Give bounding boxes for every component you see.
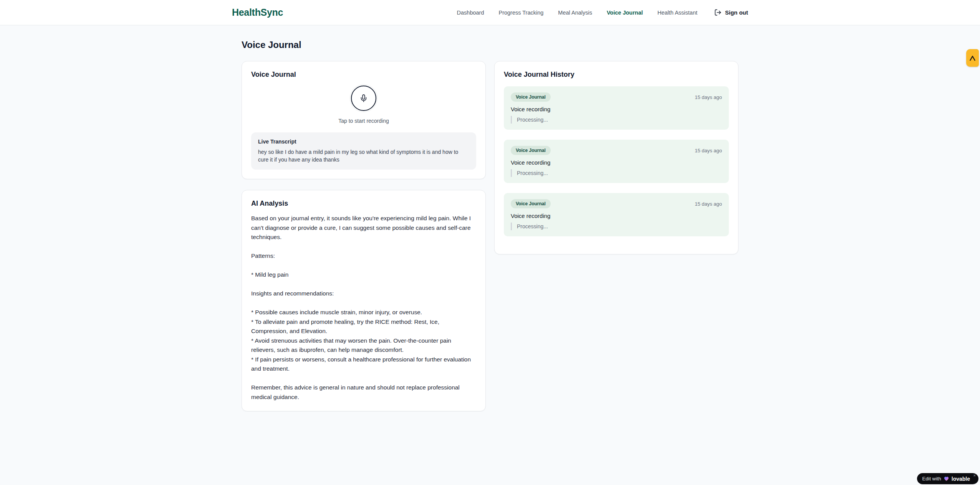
- entry-timestamp: 15 days ago: [695, 201, 722, 207]
- nav-health-assistant[interactable]: Health Assistant: [657, 10, 697, 16]
- entry-label: Voice recording: [511, 106, 722, 112]
- entry-status: Processing...: [511, 223, 722, 230]
- entry-status: Processing...: [511, 169, 722, 177]
- entry-type-badge: Voice Journal: [511, 146, 551, 155]
- entry-timestamp: 15 days ago: [695, 148, 722, 153]
- main-content: Voice Journal Voice Journal: [242, 25, 738, 411]
- lovable-side-badge[interactable]: [966, 49, 979, 67]
- nav-voice-journal[interactable]: Voice Journal: [607, 10, 643, 16]
- main-nav: Dashboard Progress Tracking Meal Analysi…: [457, 9, 748, 16]
- gradient-heart-icon: [944, 476, 949, 482]
- voice-recorder-card: Voice Journal Tap to start recording: [242, 61, 486, 179]
- history-entry[interactable]: Voice Journal 15 days ago Voice recordin…: [504, 193, 729, 236]
- ai-analysis-body: Based on your journal entry, it sounds l…: [251, 214, 476, 402]
- history-card-title: Voice Journal History: [504, 71, 729, 79]
- history-entry[interactable]: Voice Journal 15 days ago Voice recordin…: [504, 140, 729, 183]
- sign-out-label: Sign out: [725, 9, 748, 16]
- voice-journal-history-card: Voice Journal History Voice Journal 15 d…: [494, 61, 738, 254]
- microphone-icon: [359, 94, 368, 102]
- lovable-mark-icon: [969, 55, 976, 61]
- nav-dashboard[interactable]: Dashboard: [457, 10, 484, 16]
- sign-out-button[interactable]: Sign out: [714, 9, 748, 16]
- edit-with-lovable-badge[interactable]: Edit with lovable ×: [917, 473, 978, 484]
- close-icon[interactable]: ×: [973, 473, 976, 478]
- ai-analysis-card: AI Analysis Based on your journal entry,…: [242, 190, 486, 411]
- live-transcript-box: Live Transcript hey so like I do have a …: [251, 132, 476, 170]
- record-button[interactable]: [351, 86, 376, 111]
- entry-timestamp: 15 days ago: [695, 94, 722, 100]
- live-transcript-text: hey so like I do have a mild pain in my …: [258, 148, 469, 163]
- entry-type-badge: Voice Journal: [511, 92, 551, 102]
- lovable-brand-label: lovable: [952, 476, 970, 482]
- nav-progress-tracking[interactable]: Progress Tracking: [498, 10, 543, 16]
- brand-logo[interactable]: HealthSync: [232, 7, 283, 18]
- page-title: Voice Journal: [242, 40, 738, 50]
- entry-label: Voice recording: [511, 159, 722, 166]
- nav-meal-analysis[interactable]: Meal Analysis: [558, 10, 592, 16]
- app-header: HealthSync Dashboard Progress Tracking M…: [0, 0, 980, 25]
- live-transcript-title: Live Transcript: [258, 139, 469, 145]
- entry-type-badge: Voice Journal: [511, 199, 551, 208]
- tap-to-record-hint: Tap to start recording: [338, 118, 389, 124]
- entry-label: Voice recording: [511, 213, 722, 219]
- history-entry[interactable]: Voice Journal 15 days ago Voice recordin…: [504, 86, 729, 130]
- recorder-card-title: Voice Journal: [251, 71, 476, 79]
- ai-analysis-title: AI Analysis: [251, 200, 476, 208]
- log-out-icon: [714, 9, 722, 16]
- history-list: Voice Journal 15 days ago Voice recordin…: [504, 86, 729, 236]
- entry-status: Processing...: [511, 116, 722, 124]
- edit-with-label: Edit with: [922, 476, 941, 482]
